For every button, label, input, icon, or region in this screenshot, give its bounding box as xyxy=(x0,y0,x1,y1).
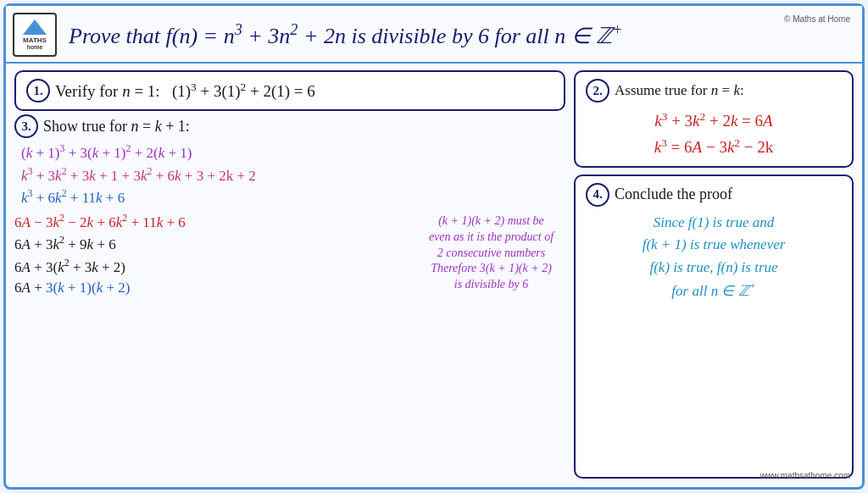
copyright-text: © Maths at Home xyxy=(784,14,850,24)
logo-sub: home xyxy=(27,44,43,50)
step3-bottom: 6A − 3k2 − 2k + 6k2 + 11k + 6 6A + 3k2 +… xyxy=(14,210,565,299)
step3-number: 3. xyxy=(14,114,38,138)
logo-triangle-icon xyxy=(23,19,47,35)
step4-body: Since f(1) is true and f(k + 1) is true … xyxy=(586,212,842,302)
step1-number: 1. xyxy=(26,79,50,102)
step4-box: 4. Conclude the proof Since f(1) is true… xyxy=(574,174,854,479)
step2-line2: k3 = 6A − 3k2 − 2k xyxy=(586,136,842,158)
main-content: 1. Verify for n = 1: (1)3 + 3(1)2 + 2(1)… xyxy=(6,64,862,484)
step3-line4: 6A − 3k2 − 2k + 6k2 + 11k + 6 xyxy=(14,211,409,233)
step2-box: 2. Assume true for n = k: k3 + 3k2 + 2k … xyxy=(574,70,854,168)
step3-line3: k3 + 6k2 + 11k + 6 xyxy=(21,186,565,208)
expressions-col: 6A − 3k2 − 2k + 6k2 + 11k + 6 6A + 3k2 +… xyxy=(14,210,409,299)
step3-line2: k3 + 3k2 + 3k + 1 + 3k2 + 6k + 3 + 2k + … xyxy=(21,164,565,186)
step2-header: 2. Assume true for n = k: xyxy=(586,79,842,102)
step2-line1: k3 + 3k2 + 2k = 6A xyxy=(586,109,842,132)
header: MATHS home Prove that f(n) = n3 + 3n2 + … xyxy=(6,6,862,64)
step2-equations: k3 + 3k2 + 2k = 6A k3 = 6A − 3k2 − 2k xyxy=(586,109,842,158)
note-text: (k + 1)(k + 2) must beeven as it is the … xyxy=(417,210,565,299)
website-text: www.mathsathome.com xyxy=(760,471,850,480)
right-panel: 2. Assume true for n = k: k3 + 3k2 + 2k … xyxy=(574,70,854,479)
step2-number: 2. xyxy=(586,79,609,102)
step3-line1: (k + 1)3 + 3(k + 1)2 + 2(k + 1) xyxy=(21,141,565,163)
step1-text: Verify for n = 1: (1)3 + 3(1)2 + 2(1) = … xyxy=(55,80,315,101)
step1-header: 1. Verify for n = 1: (1)3 + 3(1)2 + 2(1)… xyxy=(26,79,554,102)
step4-title: Conclude the proof xyxy=(615,186,732,203)
step3-section: 3. Show true for n = k + 1: (k + 1)3 + 3… xyxy=(14,114,565,299)
step3-line7: 6A + 3(k + 1)(k + 2) xyxy=(14,279,409,298)
logo: MATHS home xyxy=(13,13,57,57)
page-title: Prove that f(n) = n3 + 3n2 + 2n is divis… xyxy=(69,21,852,49)
step4-number: 4. xyxy=(586,183,609,207)
step3-line6: 6A + 3(k2 + 3k + 2) xyxy=(14,256,409,278)
step3-line5: 6A + 3k2 + 9k + 6 xyxy=(14,233,409,255)
step1-box: 1. Verify for n = 1: (1)3 + 3(1)2 + 2(1)… xyxy=(14,70,565,111)
step3-title: Show true for n = k + 1: xyxy=(43,118,190,136)
left-panel: 1. Verify for n = 1: (1)3 + 3(1)2 + 2(1)… xyxy=(14,70,565,479)
step2-title: Assume true for n = k: xyxy=(615,82,744,99)
step3-header: 3. Show true for n = k + 1: xyxy=(14,114,565,138)
logo-text: MATHS xyxy=(23,36,47,44)
outer-border: MATHS home Prove that f(n) = n3 + 3n2 + … xyxy=(3,3,865,490)
step4-header: 4. Conclude the proof xyxy=(586,183,842,207)
